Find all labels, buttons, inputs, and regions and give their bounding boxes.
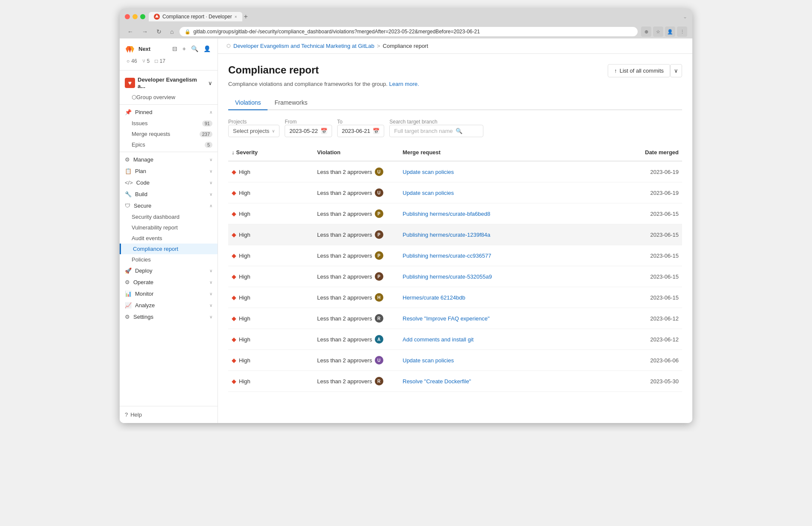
mr-link[interactable]: Publishing hermes/curate-532055a9: [403, 273, 492, 280]
sidebar-item-issues[interactable]: Issues 91: [120, 118, 218, 129]
list-commits-dropdown-button[interactable]: ∨: [670, 64, 682, 77]
sidebar-group-monitor[interactable]: 📊 Monitor ∨: [120, 288, 218, 300]
mr-link[interactable]: Update scan policies: [403, 169, 454, 175]
sidebar-group-settings[interactable]: ⚙ Settings ∨: [120, 311, 218, 323]
severity-diamond-icon: ◆: [232, 357, 236, 364]
sidebar-group-manage[interactable]: ⚙ Manage ∨: [120, 154, 218, 165]
group-overview-icon: ⬡: [132, 94, 136, 100]
breadcrumb-current: Compliance report: [383, 43, 428, 49]
refresh-button[interactable]: ↻: [154, 27, 164, 36]
sidebar-group-pinned[interactable]: 📌 Pinned ∧: [120, 106, 218, 118]
severity-diamond-icon: ◆: [232, 210, 236, 217]
help-button[interactable]: ? Help: [125, 411, 212, 418]
sidebar-group-operate[interactable]: ⚙ Operate ∨: [120, 276, 218, 288]
sidebar-group-deploy[interactable]: 🚀 Deploy ∨: [120, 265, 218, 276]
breadcrumb-parent-link[interactable]: Developer Evangelism and Technical Marke…: [233, 43, 374, 49]
sidebar-add-icon[interactable]: +: [181, 44, 188, 53]
sidebar-header: Next ⊟ + 🔍 👤: [123, 42, 214, 56]
from-label: From: [285, 119, 332, 125]
plan-label: Plan: [135, 168, 206, 174]
sidebar-group-code[interactable]: </> Code ∨: [120, 177, 218, 188]
avatar: U: [375, 167, 383, 176]
table-row[interactable]: ◆ High Less than 2 approvers P Publishin…: [228, 224, 682, 245]
sidebar-item-epics[interactable]: Epics 5: [120, 139, 218, 150]
tab-frameworks[interactable]: Frameworks: [268, 96, 314, 110]
search-branch-input[interactable]: Full target branch name 🔍: [389, 125, 483, 137]
mr-cell: Publishing hermes/curate-bfa6bed8: [399, 209, 614, 219]
table-row[interactable]: ◆ High Less than 2 approvers P Publishin…: [228, 266, 682, 287]
projects-select[interactable]: Select projects ∨: [228, 125, 279, 137]
active-tab[interactable]: Compliance report · Developer ×: [149, 12, 242, 21]
maximize-button[interactable]: [140, 14, 145, 19]
mr-link[interactable]: Resolve "Improve FAQ experience": [403, 315, 490, 322]
sidebar-user-icon[interactable]: 👤: [202, 44, 212, 53]
table-row[interactable]: ◆ High Less than 2 approvers U Update sc…: [228, 182, 682, 203]
sidebar-group-build[interactable]: 🔧 Build ∨: [120, 188, 218, 200]
page-title: Compliance report: [228, 64, 319, 76]
home-button[interactable]: ⌂: [168, 27, 176, 36]
mr-counter[interactable]: ⑂ 5: [142, 58, 150, 64]
table-row[interactable]: ◆ High Less than 2 approvers A Add comme…: [228, 329, 682, 350]
mr-link[interactable]: Publishing hermes/curate-1239f84a: [403, 232, 490, 238]
violation-text: Less than 2 approvers: [317, 253, 372, 259]
date-cell: 2023-06-15: [614, 251, 682, 261]
to-calendar-icon: 📅: [373, 128, 380, 134]
severity-value: High: [239, 190, 250, 196]
tab-violations[interactable]: Violations: [228, 96, 268, 110]
menu-icon[interactable]: ⋮: [677, 26, 687, 37]
table-row[interactable]: ◆ High Less than 2 approvers U Update sc…: [228, 350, 682, 371]
th-severity[interactable]: ↓ Severity: [228, 147, 314, 157]
severity-value: High: [239, 273, 250, 280]
violation-text: Less than 2 approvers: [317, 357, 372, 364]
mr-link[interactable]: Update scan policies: [403, 357, 454, 364]
sidebar-item-security-dashboard[interactable]: Security dashboard: [120, 212, 218, 222]
bookmark-icon[interactable]: ☆: [653, 26, 663, 37]
sidebar-item-policies[interactable]: Policies: [120, 254, 218, 265]
mr-link[interactable]: Hermes/curate 62124bdb: [403, 294, 465, 301]
tab-close-icon[interactable]: ×: [235, 15, 237, 19]
table-row[interactable]: ◆ High Less than 2 approvers U Update sc…: [228, 162, 682, 182]
mr-link[interactable]: Publishing hermes/curate-bfa6bed8: [403, 211, 490, 217]
severity-value: High: [239, 232, 250, 238]
from-date-input[interactable]: 2023-05-22 📅: [285, 125, 332, 137]
mr-link[interactable]: Add comments and install git: [403, 336, 474, 343]
sidebar-item-audit-events[interactable]: Audit events: [120, 233, 218, 244]
sidebar-group-plan[interactable]: 📋 Plan ∨: [120, 165, 218, 177]
close-button[interactable]: [125, 14, 130, 19]
sidebar-item-group-overview[interactable]: ⬡ Group overview: [120, 92, 218, 103]
group-header[interactable]: ♥ Developer Evangelism a... ∨: [120, 74, 218, 92]
forward-button[interactable]: →: [139, 27, 150, 36]
url-bar[interactable]: 🔒 gitlab.com/groups/gitlab-de/-/security…: [179, 27, 638, 36]
next-button[interactable]: Next: [138, 46, 150, 52]
table-row[interactable]: ◆ High Less than 2 approvers P Publishin…: [228, 203, 682, 224]
mr-link[interactable]: Resolve "Create Dockerfile": [403, 378, 471, 385]
mr-cell: Update scan policies: [399, 356, 614, 365]
table-row[interactable]: ◆ High Less than 2 approvers R Resolve "…: [228, 371, 682, 392]
sidebar-panel-icon[interactable]: ⊟: [171, 44, 179, 53]
issues-counter[interactable]: ○ 46: [127, 58, 137, 64]
extensions-icon[interactable]: ⊕: [641, 26, 651, 37]
list-commits-button[interactable]: ↑ List of all commits: [608, 64, 670, 77]
list-commits-label: List of all commits: [620, 68, 664, 74]
mr-link[interactable]: Publishing hermes/curate-cc936577: [403, 253, 491, 259]
mr-cell: Update scan policies: [399, 167, 614, 177]
table-row[interactable]: ◆ High Less than 2 approvers H Hermes/cu…: [228, 287, 682, 308]
learn-more-link[interactable]: Learn more.: [389, 81, 419, 87]
table-row[interactable]: ◆ High Less than 2 approvers P Publishin…: [228, 245, 682, 266]
table-row[interactable]: ◆ High Less than 2 approvers R Resolve "…: [228, 308, 682, 329]
sidebar-search-icon[interactable]: 🔍: [189, 44, 200, 53]
to-date-input[interactable]: 2023-06-21 📅: [337, 125, 385, 137]
sidebar-item-merge-requests[interactable]: Merge requests 237: [120, 129, 218, 139]
sidebar-group-analyze[interactable]: 📈 Analyze ∨: [120, 300, 218, 311]
mr-link[interactable]: Update scan policies: [403, 190, 454, 196]
new-tab-button[interactable]: +: [244, 13, 248, 21]
profile-icon[interactable]: 👤: [665, 26, 675, 37]
todos-counter[interactable]: □ 17: [155, 58, 165, 64]
back-button[interactable]: ←: [125, 27, 136, 36]
sidebar-item-vulnerability-report[interactable]: Vulnerability report: [120, 222, 218, 233]
minimize-button[interactable]: [132, 14, 138, 19]
sidebar-item-compliance-report[interactable]: Compliance report: [120, 244, 218, 254]
analyze-label: Analyze: [135, 302, 206, 309]
mr-cell: Publishing hermes/curate-1239f84a: [399, 230, 614, 240]
sidebar-group-secure[interactable]: 🛡 Secure ∧: [120, 200, 218, 212]
